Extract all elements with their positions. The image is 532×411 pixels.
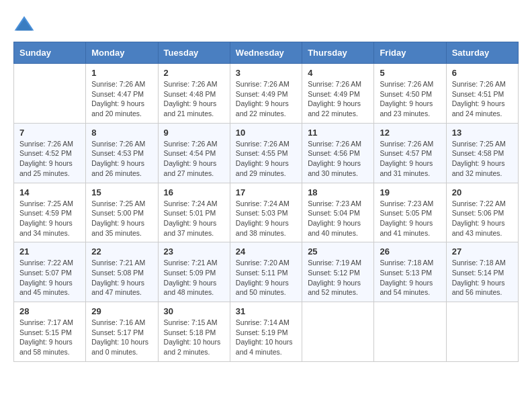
calendar-cell: 7Sunrise: 7:26 AM Sunset: 4:52 PM Daylig… bbox=[14, 123, 86, 183]
calendar-cell: 15Sunrise: 7:25 AM Sunset: 5:00 PM Dayli… bbox=[86, 183, 158, 242]
cell-content: Sunrise: 7:16 AM Sunset: 5:17 PM Dayligh… bbox=[91, 318, 152, 357]
calendar-week-row: 1Sunrise: 7:26 AM Sunset: 4:47 PM Daylig… bbox=[14, 64, 519, 124]
cell-content: Sunrise: 7:26 AM Sunset: 4:57 PM Dayligh… bbox=[380, 139, 440, 179]
calendar-cell: 26Sunrise: 7:18 AM Sunset: 5:13 PM Dayli… bbox=[374, 242, 446, 302]
cell-content: Sunrise: 7:26 AM Sunset: 4:49 PM Dayligh… bbox=[308, 79, 368, 119]
calendar-cell: 17Sunrise: 7:24 AM Sunset: 5:03 PM Dayli… bbox=[230, 183, 302, 242]
cell-content: Sunrise: 7:26 AM Sunset: 4:51 PM Dayligh… bbox=[452, 79, 513, 119]
calendar-cell: 23Sunrise: 7:21 AM Sunset: 5:09 PM Dayli… bbox=[158, 242, 230, 302]
calendar-cell: 12Sunrise: 7:26 AM Sunset: 4:57 PM Dayli… bbox=[374, 123, 446, 183]
cell-content: Sunrise: 7:18 AM Sunset: 5:14 PM Dayligh… bbox=[452, 258, 513, 298]
calendar-cell bbox=[14, 64, 86, 124]
day-number: 29 bbox=[91, 306, 152, 316]
calendar-cell bbox=[302, 302, 374, 362]
calendar-cell: 5Sunrise: 7:26 AM Sunset: 4:50 PM Daylig… bbox=[374, 64, 446, 124]
calendar-cell bbox=[374, 302, 446, 362]
calendar-cell: 13Sunrise: 7:25 AM Sunset: 4:58 PM Dayli… bbox=[446, 123, 518, 183]
day-number: 10 bbox=[236, 128, 296, 138]
cell-content: Sunrise: 7:23 AM Sunset: 5:05 PM Dayligh… bbox=[380, 199, 440, 238]
cell-content: Sunrise: 7:26 AM Sunset: 4:49 PM Dayligh… bbox=[236, 79, 296, 119]
day-number: 18 bbox=[308, 187, 368, 197]
calendar-cell: 6Sunrise: 7:26 AM Sunset: 4:51 PM Daylig… bbox=[446, 64, 518, 124]
cell-content: Sunrise: 7:22 AM Sunset: 5:07 PM Dayligh… bbox=[19, 258, 80, 298]
cell-content: Sunrise: 7:25 AM Sunset: 5:00 PM Dayligh… bbox=[91, 199, 152, 238]
day-number: 9 bbox=[164, 128, 224, 138]
cell-content: Sunrise: 7:24 AM Sunset: 5:03 PM Dayligh… bbox=[236, 199, 296, 238]
weekday-header-monday: Monday bbox=[86, 42, 158, 64]
day-number: 11 bbox=[308, 128, 368, 138]
calendar-week-row: 21Sunrise: 7:22 AM Sunset: 5:07 PM Dayli… bbox=[14, 242, 519, 302]
cell-content: Sunrise: 7:18 AM Sunset: 5:13 PM Dayligh… bbox=[380, 258, 440, 298]
cell-content: Sunrise: 7:21 AM Sunset: 5:08 PM Dayligh… bbox=[91, 258, 152, 298]
cell-content: Sunrise: 7:26 AM Sunset: 4:54 PM Dayligh… bbox=[164, 139, 224, 179]
cell-content: Sunrise: 7:26 AM Sunset: 4:48 PM Dayligh… bbox=[164, 79, 224, 119]
calendar-cell: 27Sunrise: 7:18 AM Sunset: 5:14 PM Dayli… bbox=[446, 242, 518, 302]
cell-content: Sunrise: 7:25 AM Sunset: 4:59 PM Dayligh… bbox=[19, 199, 80, 238]
calendar-cell: 24Sunrise: 7:20 AM Sunset: 5:11 PM Dayli… bbox=[230, 242, 302, 302]
weekday-header-thursday: Thursday bbox=[302, 42, 374, 64]
cell-content: Sunrise: 7:19 AM Sunset: 5:12 PM Dayligh… bbox=[308, 258, 368, 298]
day-number: 6 bbox=[452, 68, 513, 78]
calendar-cell: 2Sunrise: 7:26 AM Sunset: 4:48 PM Daylig… bbox=[158, 64, 230, 124]
cell-content: Sunrise: 7:26 AM Sunset: 4:55 PM Dayligh… bbox=[236, 139, 296, 179]
day-number: 15 bbox=[91, 187, 152, 197]
day-number: 20 bbox=[452, 187, 513, 197]
day-number: 28 bbox=[19, 306, 80, 316]
calendar-cell: 25Sunrise: 7:19 AM Sunset: 5:12 PM Dayli… bbox=[302, 242, 374, 302]
cell-content: Sunrise: 7:21 AM Sunset: 5:09 PM Dayligh… bbox=[164, 258, 224, 298]
cell-content: Sunrise: 7:24 AM Sunset: 5:01 PM Dayligh… bbox=[164, 199, 224, 238]
cell-content: Sunrise: 7:20 AM Sunset: 5:11 PM Dayligh… bbox=[236, 258, 296, 298]
calendar-cell: 9Sunrise: 7:26 AM Sunset: 4:54 PM Daylig… bbox=[158, 123, 230, 183]
logo bbox=[13, 13, 38, 35]
day-number: 25 bbox=[308, 246, 368, 257]
logo-icon bbox=[13, 13, 35, 35]
day-number: 14 bbox=[19, 187, 80, 197]
day-number: 23 bbox=[164, 246, 224, 257]
weekday-header-tuesday: Tuesday bbox=[158, 42, 230, 64]
day-number: 22 bbox=[91, 246, 152, 257]
day-number: 3 bbox=[236, 68, 296, 78]
calendar-cell: 4Sunrise: 7:26 AM Sunset: 4:49 PM Daylig… bbox=[302, 64, 374, 124]
day-number: 21 bbox=[19, 246, 80, 257]
day-number: 27 bbox=[452, 246, 513, 257]
calendar-cell: 30Sunrise: 7:15 AM Sunset: 5:18 PM Dayli… bbox=[158, 302, 230, 362]
cell-content: Sunrise: 7:26 AM Sunset: 4:56 PM Dayligh… bbox=[308, 139, 368, 179]
weekday-header-sunday: Sunday bbox=[14, 42, 86, 64]
calendar-cell: 14Sunrise: 7:25 AM Sunset: 4:59 PM Dayli… bbox=[14, 183, 86, 242]
page-header bbox=[13, 13, 519, 35]
day-number: 7 bbox=[19, 128, 80, 138]
calendar-cell: 19Sunrise: 7:23 AM Sunset: 5:05 PM Dayli… bbox=[374, 183, 446, 242]
cell-content: Sunrise: 7:17 AM Sunset: 5:15 PM Dayligh… bbox=[19, 318, 80, 357]
calendar-cell: 28Sunrise: 7:17 AM Sunset: 5:15 PM Dayli… bbox=[14, 302, 86, 362]
cell-content: Sunrise: 7:26 AM Sunset: 4:47 PM Dayligh… bbox=[91, 79, 152, 119]
day-number: 16 bbox=[164, 187, 224, 197]
calendar-week-row: 7Sunrise: 7:26 AM Sunset: 4:52 PM Daylig… bbox=[14, 123, 519, 183]
calendar-cell: 21Sunrise: 7:22 AM Sunset: 5:07 PM Dayli… bbox=[14, 242, 86, 302]
calendar-week-row: 14Sunrise: 7:25 AM Sunset: 4:59 PM Dayli… bbox=[14, 183, 519, 242]
weekday-header-row: SundayMondayTuesdayWednesdayThursdayFrid… bbox=[14, 42, 519, 64]
calendar-header: SundayMondayTuesdayWednesdayThursdayFrid… bbox=[14, 42, 519, 64]
calendar-cell: 22Sunrise: 7:21 AM Sunset: 5:08 PM Dayli… bbox=[86, 242, 158, 302]
calendar-cell: 16Sunrise: 7:24 AM Sunset: 5:01 PM Dayli… bbox=[158, 183, 230, 242]
cell-content: Sunrise: 7:26 AM Sunset: 4:50 PM Dayligh… bbox=[380, 79, 440, 119]
day-number: 19 bbox=[380, 187, 440, 197]
day-number: 1 bbox=[91, 68, 152, 78]
cell-content: Sunrise: 7:15 AM Sunset: 5:18 PM Dayligh… bbox=[164, 318, 224, 357]
calendar-cell: 29Sunrise: 7:16 AM Sunset: 5:17 PM Dayli… bbox=[86, 302, 158, 362]
day-number: 13 bbox=[452, 128, 513, 138]
day-number: 30 bbox=[164, 306, 224, 316]
day-number: 17 bbox=[236, 187, 296, 197]
calendar-body: 1Sunrise: 7:26 AM Sunset: 4:47 PM Daylig… bbox=[14, 64, 519, 362]
calendar-cell: 1Sunrise: 7:26 AM Sunset: 4:47 PM Daylig… bbox=[86, 64, 158, 124]
day-number: 4 bbox=[308, 68, 368, 78]
weekday-header-wednesday: Wednesday bbox=[230, 42, 302, 64]
day-number: 8 bbox=[91, 128, 152, 138]
cell-content: Sunrise: 7:22 AM Sunset: 5:06 PM Dayligh… bbox=[452, 199, 513, 238]
calendar-cell: 10Sunrise: 7:26 AM Sunset: 4:55 PM Dayli… bbox=[230, 123, 302, 183]
day-number: 12 bbox=[380, 128, 440, 138]
calendar-cell: 3Sunrise: 7:26 AM Sunset: 4:49 PM Daylig… bbox=[230, 64, 302, 124]
cell-content: Sunrise: 7:25 AM Sunset: 4:58 PM Dayligh… bbox=[452, 139, 513, 179]
day-number: 5 bbox=[380, 68, 440, 78]
calendar-cell: 31Sunrise: 7:14 AM Sunset: 5:19 PM Dayli… bbox=[230, 302, 302, 362]
cell-content: Sunrise: 7:14 AM Sunset: 5:19 PM Dayligh… bbox=[236, 318, 296, 357]
